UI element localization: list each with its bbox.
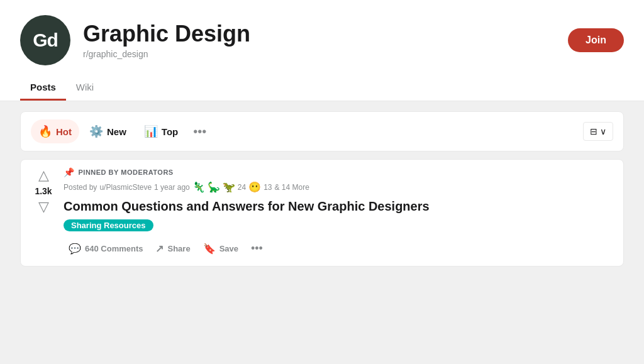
- sort-new-button[interactable]: ⚙️ New: [82, 119, 134, 143]
- sort-more-button[interactable]: •••: [188, 122, 211, 141]
- layout-button[interactable]: ⊟ ∨: [583, 122, 613, 141]
- header-section: Gd Graphic Design r/graphic_design Join …: [0, 0, 644, 101]
- sort-bar: 🔥 Hot ⚙️ New 📊 Top ••• ⊟ ∨: [20, 111, 624, 152]
- upvote-button[interactable]: △: [37, 167, 50, 184]
- emoji-4: 😶: [248, 181, 261, 193]
- sort-hot-label: Hot: [56, 126, 72, 137]
- top-icon: 📊: [144, 124, 158, 138]
- sort-top-button[interactable]: 📊 Top: [136, 119, 186, 143]
- save-icon: 🔖: [203, 243, 216, 255]
- save-label: Save: [219, 244, 238, 253]
- share-label: Share: [167, 244, 190, 253]
- meta-time: 1 year ago: [154, 183, 190, 192]
- emoji-3: 🦖: [223, 181, 235, 193]
- post-actions: 💬 640 Comments ↗ Share 🔖 Save •••: [64, 239, 613, 258]
- comments-button[interactable]: 💬 640 Comments: [64, 239, 148, 258]
- comments-label: 640 Comments: [85, 244, 143, 253]
- subreddit-info: Gd Graphic Design r/graphic_design Join: [20, 15, 624, 65]
- vote-count: 1.3k: [35, 186, 52, 196]
- avatar: Gd: [20, 15, 70, 65]
- meta-suffix: & 14 More: [275, 183, 309, 192]
- meta-number1: 24: [238, 183, 246, 192]
- pinned-label: 📌 PINNED BY MODERATORS: [64, 167, 613, 177]
- join-button[interactable]: Join: [568, 28, 624, 52]
- post-card: △ 1.3k ▽ 📌 PINNED BY MODERATORS Posted b…: [20, 159, 624, 267]
- layout-icon: ⊟: [590, 126, 597, 136]
- tab-wiki[interactable]: Wiki: [66, 75, 104, 101]
- subreddit-handle: r/graphic_design: [83, 49, 555, 59]
- tab-posts[interactable]: Posts: [20, 75, 66, 101]
- emoji-1: 🦎: [192, 181, 205, 193]
- meta-prefix: Posted by: [64, 183, 97, 192]
- content-area: 🔥 Hot ⚙️ New 📊 Top ••• ⊟ ∨ △ 1.3k ▽: [0, 101, 644, 277]
- sort-hot-button[interactable]: 🔥 Hot: [31, 119, 79, 143]
- flair-badge[interactable]: Sharing Resources: [64, 219, 153, 231]
- hot-icon: 🔥: [38, 124, 52, 138]
- sort-top-label: Top: [162, 126, 178, 137]
- save-button[interactable]: 🔖 Save: [198, 239, 243, 258]
- comments-icon: 💬: [69, 243, 81, 255]
- avatar-text: Gd: [33, 30, 58, 51]
- meta-user: u/PlasmicSteve: [99, 183, 152, 192]
- downvote-button[interactable]: ▽: [37, 199, 50, 215]
- share-icon: ↗: [155, 243, 164, 255]
- share-button[interactable]: ↗ Share: [150, 239, 195, 258]
- post-title: Common Questions and Answers for New Gra…: [64, 198, 613, 214]
- meta-number2: 13: [264, 183, 272, 192]
- post-meta: Posted by u/PlasmicSteve 1 year ago 🦎 🦕 …: [64, 181, 613, 193]
- layout-chevron: ∨: [600, 126, 606, 136]
- vote-section: △ 1.3k ▽: [31, 167, 56, 258]
- subreddit-name: Graphic Design: [83, 21, 555, 47]
- subreddit-details: Graphic Design r/graphic_design: [83, 21, 555, 59]
- post-content: 📌 PINNED BY MODERATORS Posted by u/Plasm…: [64, 167, 613, 258]
- nav-tabs: Posts Wiki: [20, 75, 624, 101]
- page-wrapper: Gd Graphic Design r/graphic_design Join …: [0, 0, 644, 364]
- pinned-text: PINNED BY MODERATORS: [79, 168, 174, 176]
- new-icon: ⚙️: [89, 124, 103, 138]
- pin-icon: 📌: [64, 167, 75, 177]
- sort-new-label: New: [107, 126, 126, 137]
- post-more-button[interactable]: •••: [246, 240, 268, 258]
- emoji-2: 🦕: [208, 181, 220, 193]
